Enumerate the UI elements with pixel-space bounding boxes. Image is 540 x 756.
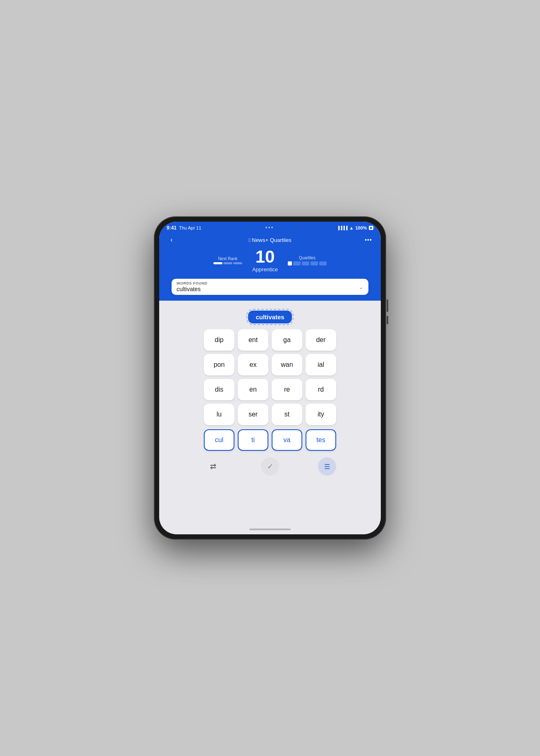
q-dot-3 xyxy=(302,261,309,266)
tile-ex[interactable]: ex xyxy=(238,354,268,376)
rank-bar-segment-2 xyxy=(223,262,232,264)
tile-ser[interactable]: ser xyxy=(238,404,268,425)
q-dot-4 xyxy=(311,261,318,266)
check-button[interactable]: ✓ xyxy=(261,457,279,476)
q-dot-2 xyxy=(293,261,301,266)
rank-bar-segment-1 xyxy=(213,262,222,264)
tile-wan[interactable]: wan xyxy=(272,354,302,376)
three-dots xyxy=(265,227,273,228)
back-button[interactable]: ‹ xyxy=(166,234,177,246)
wifi-icon: ▲ xyxy=(349,225,354,230)
more-icon: ••• xyxy=(365,237,372,243)
tile-st[interactable]: st xyxy=(272,404,302,425)
score-number: 10 xyxy=(252,248,278,266)
tile-rd[interactable]: rd xyxy=(306,379,336,400)
device-frame: 9:41 Thu Apr 11 ▐▐▐▐ ▲ 100% ■ ‹  N xyxy=(154,217,386,539)
tile-ti[interactable]: ti xyxy=(238,429,268,451)
home-indicator xyxy=(159,524,381,534)
tile-ial[interactable]: ial xyxy=(306,354,336,376)
score-section: Next Rank 10 Apprentice Quartiles xyxy=(213,248,327,273)
device-screen: 9:41 Thu Apr 11 ▐▐▐▐ ▲ 100% ■ ‹  N xyxy=(159,222,381,534)
battery-label: 100% xyxy=(355,225,367,230)
tile-va[interactable]: va xyxy=(272,429,302,451)
tile-ity[interactable]: ity xyxy=(306,404,336,425)
tile-dis[interactable]: dis xyxy=(204,379,234,400)
chevron-down-icon: ⌄ xyxy=(358,284,363,290)
score-label: Apprentice xyxy=(252,266,278,273)
game-area: cultivates dip ent ga der pon ex wan ial… xyxy=(159,301,381,524)
tile-grid-selected: cul ti va tes xyxy=(204,429,336,451)
words-found-bar[interactable]: WORDS FOUND cultivates ⌄ xyxy=(172,279,368,295)
apple-logo:  xyxy=(248,237,251,243)
shuffle-button[interactable]: ⇄ xyxy=(204,457,222,476)
action-bar: ⇄ ✓ ☰ xyxy=(204,457,336,476)
next-rank-section: Next Rank xyxy=(213,256,242,264)
list-icon: ☰ xyxy=(324,463,330,471)
side-button-right xyxy=(387,299,388,312)
tile-der[interactable]: der xyxy=(306,329,336,351)
status-date: Thu Apr 11 xyxy=(179,225,201,230)
words-found-content: WORDS FOUND cultivates xyxy=(177,281,208,292)
quartiles-section: Quartiles xyxy=(288,256,327,266)
selected-word-text: cultivates xyxy=(256,313,284,321)
tile-ent[interactable]: ent xyxy=(238,329,268,351)
tile-lu[interactable]: lu xyxy=(204,404,234,425)
tile-tes[interactable]: tes xyxy=(306,429,336,451)
selected-word-container: cultivates xyxy=(248,311,292,323)
tile-en[interactable]: en xyxy=(238,379,268,400)
words-found-current: cultivates xyxy=(177,286,208,292)
tile-dip[interactable]: dip xyxy=(204,329,234,351)
status-icons: ▐▐▐▐ ▲ 100% ■ xyxy=(337,225,373,230)
home-bar xyxy=(249,529,291,530)
more-button[interactable]: ••• xyxy=(363,234,374,246)
status-bar: 9:41 Thu Apr 11 ▐▐▐▐ ▲ 100% ■ xyxy=(159,222,381,232)
rank-bar-segment-3 xyxy=(233,262,242,264)
status-time: 9:41 xyxy=(167,225,177,231)
tile-re[interactable]: re xyxy=(272,379,302,400)
words-found-label: WORDS FOUND xyxy=(177,281,208,285)
app-title:  News+ Quartiles xyxy=(248,237,291,243)
tile-grid-main: dip ent ga der pon ex wan ial dis en re … xyxy=(204,329,336,425)
score-main: 10 Apprentice xyxy=(252,248,278,273)
tile-cul[interactable]: cul xyxy=(204,429,234,451)
q-dot-1 xyxy=(288,261,292,266)
tile-pon[interactable]: pon xyxy=(204,354,234,376)
shuffle-icon: ⇄ xyxy=(210,462,216,471)
signal-icon: ▐▐▐▐ xyxy=(337,226,348,230)
check-icon: ✓ xyxy=(267,462,273,471)
quartiles-label: Quartiles xyxy=(288,256,327,260)
back-icon: ‹ xyxy=(170,236,172,244)
battery-icon: ■ xyxy=(369,226,373,230)
next-rank-label: Next Rank xyxy=(213,256,242,261)
list-button[interactable]: ☰ xyxy=(318,457,336,476)
tile-ga[interactable]: ga xyxy=(272,329,302,351)
side-button-right2 xyxy=(387,316,388,324)
q-dot-5 xyxy=(319,261,327,266)
header-nav: ‹  News+ Quartiles ••• xyxy=(166,234,374,246)
app-header: ‹  News+ Quartiles ••• Next Rank xyxy=(159,232,381,279)
quartiles-dots xyxy=(288,261,327,266)
selected-word-pill: cultivates xyxy=(248,311,292,323)
rank-bar xyxy=(213,262,242,264)
